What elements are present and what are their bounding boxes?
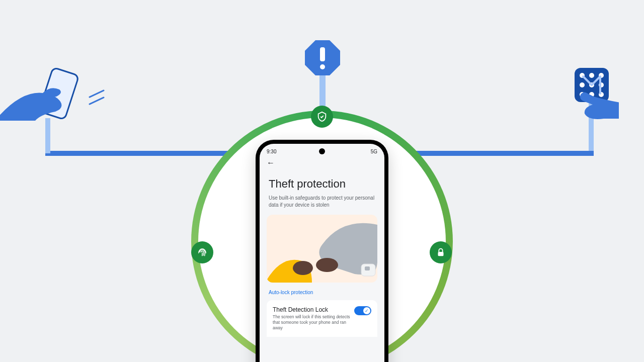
diagram-stage: 9:30 5G ← Theft protection Use built-in … — [0, 0, 644, 362]
shield-icon — [311, 106, 333, 128]
svg-rect-1 — [438, 252, 444, 256]
setting-title: Theft Detection Lock — [273, 306, 350, 313]
svg-point-2 — [293, 261, 313, 275]
phone-frame: 9:30 5G ← Theft protection Use built-in … — [256, 140, 388, 362]
back-button[interactable]: ← — [260, 156, 384, 171]
status-time: 9:30 — [267, 149, 276, 154]
svg-point-3 — [316, 258, 338, 272]
page-title: Theft protection — [260, 171, 384, 195]
motion-lines-icon — [88, 93, 105, 107]
fingerprint-icon — [191, 241, 213, 263]
setting-toggle[interactable] — [354, 306, 371, 315]
lock-icon — [430, 241, 452, 263]
hero-illustration — [267, 215, 377, 283]
phone-screen: 9:30 5G ← Theft protection Use built-in … — [260, 144, 384, 362]
back-arrow-icon: ← — [267, 158, 275, 167]
page-subtitle: Use built-in safeguards to protect your … — [260, 195, 384, 215]
alert-icon — [305, 40, 340, 75]
setting-desc: The screen will lock if this setting det… — [273, 314, 350, 331]
status-network: 5G — [371, 149, 377, 154]
setting-row[interactable]: Theft Detection Lock The screen will loc… — [267, 300, 377, 337]
pointing-finger-icon — [574, 89, 619, 120]
camera-notch — [319, 148, 325, 154]
hand-steal-phone-icon — [0, 65, 96, 131]
svg-rect-5 — [365, 266, 370, 270]
section-label: Auto-lock protection — [260, 283, 384, 298]
